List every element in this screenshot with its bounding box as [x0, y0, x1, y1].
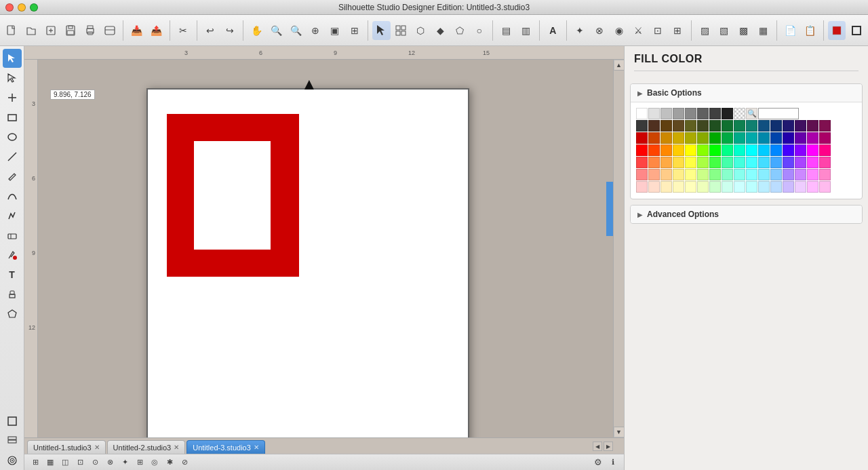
c-b2[interactable]: [648, 144, 660, 156]
circle-button[interactable]: ○: [470, 21, 488, 40]
media-tool[interactable]: [3, 451, 22, 470]
zoom-fit-button[interactable]: ⊕: [307, 21, 325, 40]
tab-untitled3[interactable]: Untitled-3.studio3 ✕: [186, 440, 265, 454]
zoom-window-button[interactable]: ▣: [326, 21, 344, 40]
c-b9[interactable]: [734, 144, 745, 156]
modify-button[interactable]: ◉: [610, 21, 628, 40]
ellipse-tool[interactable]: [3, 128, 22, 146]
c-l2-11[interactable]: [758, 169, 770, 180]
c-l1-15[interactable]: [807, 157, 818, 168]
status-icon-3[interactable]: ◫: [58, 456, 72, 469]
knife-button[interactable]: ⚔: [629, 21, 648, 40]
c-l1-9[interactable]: [734, 157, 745, 168]
c-l1-12[interactable]: [770, 157, 782, 168]
panel3-button[interactable]: ▩: [734, 21, 753, 40]
tab-close-1[interactable]: ✕: [94, 444, 100, 451]
c-l2-1[interactable]: [636, 169, 648, 180]
color-transparent[interactable]: [734, 108, 745, 119]
text-tool[interactable]: T: [3, 265, 22, 284]
c-d1[interactable]: [636, 120, 648, 132]
c-m15[interactable]: [807, 132, 818, 144]
more-button[interactable]: ⊞: [669, 21, 687, 40]
c-l2-16[interactable]: [819, 169, 831, 180]
tab-nav-left[interactable]: ◀: [593, 442, 602, 451]
c-l1-2[interactable]: [648, 157, 660, 168]
import-button[interactable]: 📥: [127, 21, 146, 40]
scroll-indicator[interactable]: [606, 182, 613, 236]
c-d6[interactable]: [697, 120, 709, 132]
c-d10[interactable]: [746, 120, 757, 132]
status-icon-6[interactable]: ⊗: [103, 456, 117, 469]
fill-tool[interactable]: [3, 246, 22, 265]
c-p4[interactable]: [673, 181, 684, 193]
tab-untitled1[interactable]: Untitled-1.studio3 ✕: [27, 440, 106, 454]
c-l2-7[interactable]: [709, 169, 721, 180]
c-m16[interactable]: [819, 132, 831, 144]
c-l2-4[interactable]: [673, 169, 684, 180]
color-gray4[interactable]: [685, 108, 696, 119]
c-m6[interactable]: [697, 132, 709, 144]
c-l2-10[interactable]: [746, 169, 757, 180]
cut-media-button[interactable]: [100, 21, 119, 40]
polygon-tool[interactable]: [3, 305, 22, 324]
c-p13[interactable]: [783, 181, 794, 193]
c-l2-3[interactable]: [660, 169, 672, 180]
c-d3[interactable]: [660, 120, 672, 132]
c-l2-6[interactable]: [697, 169, 709, 180]
zoom-custom-button[interactable]: ⊞: [345, 21, 363, 40]
panel2-button[interactable]: ▧: [715, 21, 733, 40]
c-l1-16[interactable]: [819, 157, 831, 168]
color-black[interactable]: [722, 108, 733, 119]
c-b8[interactable]: [722, 144, 733, 156]
c-b15[interactable]: [807, 144, 818, 156]
scroll-up-button[interactable]: ▲: [614, 60, 625, 71]
open-button[interactable]: [22, 21, 41, 40]
c-p12[interactable]: [770, 181, 782, 193]
c-d2[interactable]: [648, 120, 660, 132]
c-p3[interactable]: [660, 181, 672, 193]
c-p9[interactable]: [734, 181, 745, 193]
c-d9[interactable]: [734, 120, 745, 132]
c-l2-14[interactable]: [795, 169, 806, 180]
c-p7[interactable]: [709, 181, 721, 193]
c-l1-7[interactable]: [709, 157, 721, 168]
c-d13[interactable]: [783, 120, 794, 132]
c-m5[interactable]: [685, 132, 696, 144]
align-left-button[interactable]: ▤: [497, 21, 515, 40]
export-button[interactable]: 📤: [147, 21, 165, 40]
transform-button[interactable]: ✦: [571, 21, 589, 40]
pentagon-button[interactable]: ⬠: [450, 21, 469, 40]
c-p8[interactable]: [722, 181, 733, 193]
c-m3[interactable]: [660, 132, 672, 144]
save-button[interactable]: [62, 21, 80, 40]
status-icon-1[interactable]: ⊞: [28, 456, 42, 469]
zoom-out-button[interactable]: 🔍: [287, 21, 305, 40]
c-l2-13[interactable]: [783, 169, 794, 180]
browse-button[interactable]: [42, 21, 60, 40]
redo-button[interactable]: ↪: [220, 21, 239, 40]
c-b10[interactable]: [746, 144, 757, 156]
grid-button[interactable]: [392, 21, 410, 40]
c-b11[interactable]: [758, 144, 770, 156]
eraser-button[interactable]: ⊡: [649, 21, 667, 40]
c-d8[interactable]: [722, 120, 733, 132]
c-l1-1[interactable]: [636, 157, 648, 168]
c-b16[interactable]: [819, 144, 831, 156]
c-d16[interactable]: [819, 120, 831, 132]
status-icon-8[interactable]: ⊞: [133, 456, 146, 469]
c-p11[interactable]: [758, 181, 770, 193]
zoom-in-button[interactable]: 🔍: [267, 21, 285, 40]
c-m1[interactable]: [636, 132, 648, 144]
diamond-button[interactable]: ◆: [431, 21, 450, 40]
c-p2[interactable]: [648, 181, 660, 193]
panel4-button[interactable]: ▦: [754, 21, 772, 40]
fill-button[interactable]: [828, 21, 846, 40]
c-l1-14[interactable]: [795, 157, 806, 168]
c-l2-12[interactable]: [770, 169, 782, 180]
new-button[interactable]: [3, 21, 21, 40]
c-p16[interactable]: [819, 181, 831, 193]
c-d11[interactable]: [758, 120, 770, 132]
c-l1-5[interactable]: [685, 157, 696, 168]
basic-options-header[interactable]: ▶ Basic Options: [631, 84, 862, 102]
color-gray5[interactable]: [697, 108, 709, 119]
